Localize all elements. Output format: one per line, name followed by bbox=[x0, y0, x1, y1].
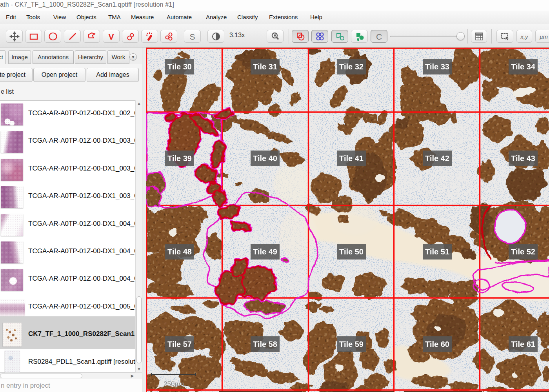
svg-text:Tile 57: Tile 57 bbox=[167, 340, 192, 348]
svg-text:Tile 49: Tile 49 bbox=[253, 247, 277, 256]
svg-text:Tile 31: Tile 31 bbox=[253, 62, 277, 71]
svg-text:Tile 30: Tile 30 bbox=[167, 62, 192, 71]
svg-text:Tile 34: Tile 34 bbox=[511, 62, 536, 71]
svg-text:Tile 58: Tile 58 bbox=[253, 340, 277, 348]
svg-text:Tile 41: Tile 41 bbox=[339, 154, 364, 163]
svg-text:Tile 51: Tile 51 bbox=[425, 247, 449, 256]
svg-text:Tile 32: Tile 32 bbox=[339, 62, 364, 71]
svg-text:Tile 61: Tile 61 bbox=[511, 340, 535, 348]
svg-text:Tile 43: Tile 43 bbox=[511, 154, 535, 163]
svg-text:Tile 50: Tile 50 bbox=[339, 247, 364, 256]
svg-text:Tile 48: Tile 48 bbox=[167, 247, 192, 256]
svg-text:250µm: 250µm bbox=[164, 380, 184, 388]
svg-text:Tile 39: Tile 39 bbox=[167, 154, 192, 163]
svg-text:Tile 60: Tile 60 bbox=[425, 340, 449, 348]
svg-text:Tile 52: Tile 52 bbox=[511, 247, 535, 256]
svg-text:Tile 59: Tile 59 bbox=[339, 340, 364, 348]
svg-text:Tile 42: Tile 42 bbox=[425, 154, 449, 163]
svg-text:Tile 33: Tile 33 bbox=[425, 62, 449, 71]
svg-text:Tile 40: Tile 40 bbox=[253, 154, 277, 163]
